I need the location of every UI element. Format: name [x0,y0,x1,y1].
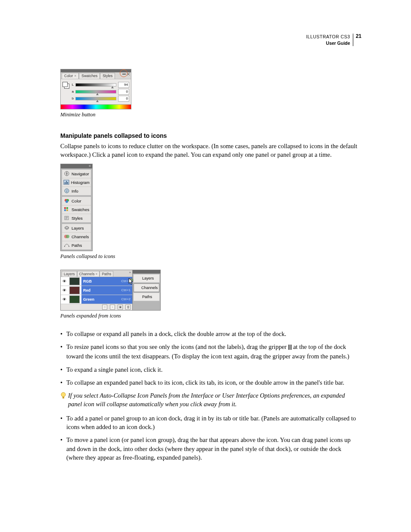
minimize-icon[interactable] [122,72,126,76]
dock-gripper[interactable] [61,164,92,168]
svg-point-12 [65,200,68,203]
dock-item-styles[interactable]: Styles [62,214,91,222]
figure-color-panel: Color× Swatches Styles L 94 a [60,69,131,109]
channels-icon [63,233,70,240]
tab-channels[interactable]: Channels× [77,271,100,277]
layers-icon [63,225,70,231]
color-icon [63,198,70,204]
svg-point-19 [66,235,69,238]
svg-rect-20 [64,246,65,247]
dock-item-paths[interactable]: Paths [62,241,91,249]
visibility-icon[interactable]: 👁 [61,288,68,293]
slider-label-b: b [71,96,75,101]
figure-icon-dock: Navigator Histogram i Info Color Swatche… [60,164,93,251]
bullet-add-panel: To add a panel or panel group to an icon… [66,414,358,432]
dock-item-navigator[interactable]: Navigator [62,170,91,178]
collapse-icon[interactable]: » [129,270,131,275]
svg-text:i: i [66,189,67,193]
footer-button[interactable]: ○ [102,305,107,310]
dock-item-info[interactable]: i Info [62,187,91,195]
svg-rect-21 [68,246,69,247]
slider-b[interactable] [75,97,116,100]
footer-button[interactable]: ▣ [118,305,123,310]
svg-rect-24 [288,345,289,350]
trash-icon[interactable]: 🗑 [125,305,131,310]
section-heading: Manipulate panels collapsed to icons [60,132,358,140]
swatches-icon [63,206,70,212]
panel-footer: ○ ▫ ▣ 🗑 [61,304,132,310]
figure-expanded-panel: Layers Channels× Paths » 👁 RGB Ctrl+~ 👁 … [60,270,358,311]
dock-item-layers[interactable]: Layers [134,274,159,283]
dock-item-paths[interactable]: Paths [134,293,159,301]
slider-a[interactable] [75,90,116,93]
lightbulb-icon [60,392,68,409]
svg-rect-14 [66,207,68,209]
cursor-icon [128,278,134,286]
dock-item-color[interactable]: Color [62,197,91,205]
value-b[interactable]: 0 [118,96,129,102]
dock-gripper[interactable] [133,270,160,274]
page-number: 21 [353,34,361,46]
navigator-icon [63,171,70,177]
bullet-resize-icons: To resize panel icons so that you see on… [66,342,358,361]
close-icon[interactable]: × [74,74,76,78]
bullet-expand-single: To expand a single panel icon, click it. [66,365,358,374]
svg-point-27 [61,392,65,397]
tab-paths[interactable]: Paths [100,271,113,277]
figure1-caption: Minimize button [60,111,358,119]
info-icon: i [63,188,70,194]
dock-item-layers[interactable]: Layers [62,224,91,233]
svg-rect-7 [67,182,68,184]
figure3-caption: Panels expanded from icons [60,312,358,320]
tab-color[interactable]: Color× [62,73,79,79]
svg-rect-15 [64,209,66,211]
svg-rect-5 [65,182,65,184]
tab-swatches[interactable]: Swatches [79,73,100,79]
tip-auto-collapse: If you select Auto-Collapse Icon Panels … [60,391,358,409]
header-doctitle: User Guide [306,40,350,47]
histogram-icon [63,179,70,185]
channel-row-rgb[interactable]: 👁 RGB Ctrl+~ [61,277,132,286]
visibility-icon[interactable]: 👁 [61,297,68,302]
section-intro: Collapse panels to icons to reduce clutt… [60,142,358,159]
styles-icon [63,215,70,221]
tab-layers[interactable]: Layers [62,271,77,277]
dock-item-channels[interactable]: Channels [134,283,159,292]
bullet-collapse-expand: To collapse or expand all panels in a do… [66,330,358,338]
svg-rect-28 [62,397,64,398]
tab-styles[interactable]: Styles [100,73,115,79]
value-l[interactable]: 94 [118,82,129,88]
paths-icon [63,242,70,248]
fill-stroke-swatch[interactable] [62,82,70,88]
slider-label-a: a [71,89,75,94]
svg-rect-6 [66,181,67,184]
color-spectrum[interactable] [61,104,131,109]
dock-item-histogram[interactable]: Histogram [62,178,91,187]
channel-row-green[interactable]: 👁 Green Ctrl+2 [61,295,132,304]
visibility-icon[interactable]: 👁 [61,279,68,284]
svg-rect-13 [64,207,66,209]
close-icon[interactable]: × [95,272,97,276]
header-product: ILLUSTRATOR CS3 [306,34,350,40]
svg-rect-25 [290,345,290,350]
svg-rect-0 [122,74,126,75]
figure2-caption: Panels collapsed to icons [60,253,358,261]
channel-row-red[interactable]: 👁 Red Ctrl+1 [61,286,132,295]
gripper-icon [288,343,292,352]
slider-label-l: L [71,82,75,87]
close-icon[interactable] [127,72,130,76]
dock-item-swatches[interactable]: Swatches [62,205,91,214]
svg-rect-16 [66,209,68,211]
bullet-collapse-back: To collapse an expanded panel back to it… [66,378,358,387]
footer-button[interactable]: ▫ [110,305,115,310]
slider-l[interactable] [75,83,116,87]
page-header: ILLUSTRATOR CS3 User Guide 21 [306,34,361,46]
value-a[interactable]: 0 [118,89,129,95]
dock-item-channels[interactable]: Channels [62,233,91,241]
bullet-move-icon: To move a panel icon (or panel icon grou… [66,436,358,462]
